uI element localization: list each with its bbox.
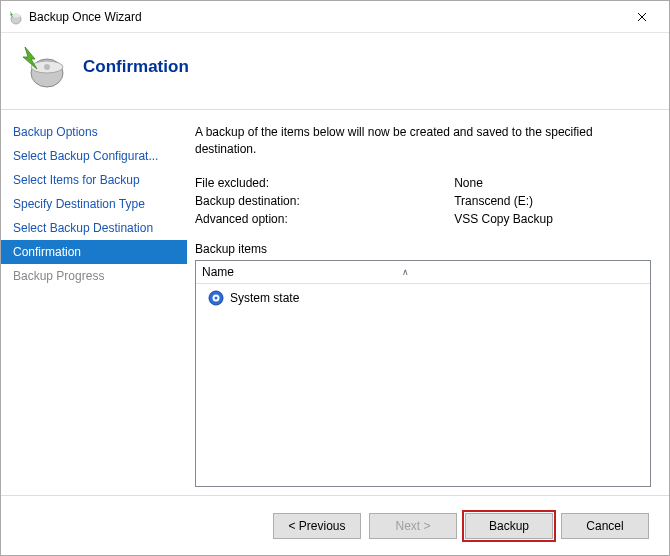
backup-destination-label: Backup destination: [195,192,454,210]
backup-destination-value: Transcend (E:) [454,192,651,210]
system-state-icon [208,290,224,306]
backup-button[interactable]: Backup [465,513,553,539]
backup-once-wizard-window: Backup Once Wizard Confirmation Backup O… [0,0,670,556]
file-excluded-value: None [454,174,651,192]
backup-items-list: Name ∧ System state [195,260,651,487]
sidebar-item-backup-progress: Backup Progress [1,264,187,288]
confirmation-description: A backup of the items below will now be … [195,124,651,158]
list-item[interactable]: System state [204,288,642,308]
sidebar-item-select-items[interactable]: Select Items for Backup [1,168,187,192]
advanced-option-label: Advanced option: [195,210,454,228]
items-body: System state [196,284,650,486]
sidebar-item-select-backup-config[interactable]: Select Backup Configurat... [1,144,187,168]
sidebar-item-confirmation[interactable]: Confirmation [1,240,187,264]
sidebar-item-destination-type[interactable]: Specify Destination Type [1,192,187,216]
file-excluded-label: File excluded: [195,174,454,192]
backup-items-label: Backup items [195,242,651,256]
wizard-header: Confirmation [1,33,669,109]
sort-indicator-icon: ∧ [402,267,414,277]
page-title: Confirmation [83,57,189,77]
svg-point-7 [215,296,218,299]
cancel-button[interactable]: Cancel [561,513,649,539]
backup-app-icon [7,9,23,25]
list-item-label: System state [230,291,299,305]
advanced-option-value: VSS Copy Backup [454,210,651,228]
wizard-body: Backup Options Select Backup Configurat.… [1,109,669,495]
next-button: Next > [369,513,457,539]
close-button[interactable] [621,3,663,31]
wizard-sidebar: Backup Options Select Backup Configurat.… [1,110,187,495]
titlebar: Backup Once Wizard [1,1,669,33]
sidebar-item-backup-destination[interactable]: Select Backup Destination [1,216,187,240]
confirmation-info: File excluded: None Backup destination: … [195,174,651,228]
column-name: Name [202,265,402,279]
svg-point-4 [44,64,50,70]
window-title: Backup Once Wizard [29,10,621,24]
wizard-footer: < Previous Next > Backup Cancel [1,495,669,555]
items-column-header[interactable]: Name ∧ [196,261,650,284]
previous-button[interactable]: < Previous [273,513,361,539]
wizard-main: A backup of the items below will now be … [187,110,669,495]
sidebar-item-backup-options[interactable]: Backup Options [1,120,187,144]
backup-header-icon [17,43,65,91]
